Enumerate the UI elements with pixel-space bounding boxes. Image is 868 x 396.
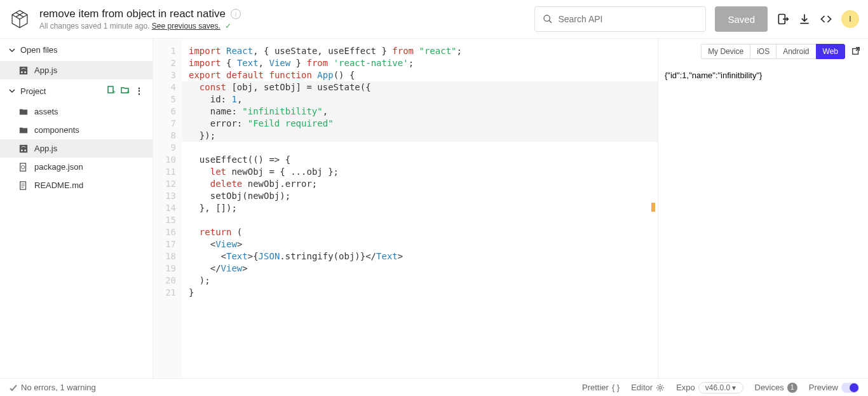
error-status[interactable]: No errors, 1 warning bbox=[9, 383, 96, 392]
snack-title[interactable]: remove item from object in react native … bbox=[39, 8, 241, 20]
export-icon[interactable] bbox=[776, 13, 789, 25]
device-tab-android[interactable]: Android bbox=[776, 44, 816, 59]
chevron-down-icon bbox=[9, 47, 15, 53]
check-icon: ✓ bbox=[225, 22, 231, 31]
braces-icon: { } bbox=[612, 383, 620, 392]
save-button[interactable]: Saved bbox=[715, 6, 768, 32]
project-item[interactable]: package.json bbox=[0, 158, 153, 176]
sidebar: Open files App.js Project + + ⋮ assetsco… bbox=[0, 39, 153, 378]
chevron-down-icon bbox=[9, 88, 15, 94]
info-icon[interactable]: i bbox=[231, 9, 241, 19]
svg-text:+: + bbox=[112, 89, 116, 95]
project-item[interactable]: App.js bbox=[0, 139, 153, 158]
gear-icon bbox=[656, 383, 665, 392]
svg-point-11 bbox=[21, 71, 23, 73]
more-icon[interactable]: ⋮ bbox=[135, 86, 144, 96]
project-item[interactable]: components bbox=[0, 121, 153, 139]
svg-line-26 bbox=[856, 47, 859, 50]
preview-panel: My DeviceiOSAndroidWeb {"id":1,"name":"i… bbox=[658, 39, 868, 378]
device-tab-ios[interactable]: iOS bbox=[750, 44, 776, 59]
svg-line-5 bbox=[549, 20, 552, 23]
svg-point-27 bbox=[659, 386, 661, 389]
svg-rect-16 bbox=[20, 144, 27, 152]
previous-saves-link[interactable]: See previous saves. bbox=[152, 22, 220, 31]
device-tab-web[interactable]: Web bbox=[816, 44, 845, 59]
svg-point-20 bbox=[22, 165, 25, 168]
editor-settings[interactable]: Editor bbox=[631, 383, 665, 392]
project-item[interactable]: README.md bbox=[0, 176, 153, 195]
device-tab-my-device[interactable]: My Device bbox=[701, 44, 750, 59]
devices-button[interactable]: Devices 1 bbox=[755, 383, 797, 393]
device-tabs: My DeviceiOSAndroidWeb bbox=[658, 39, 868, 64]
svg-rect-10 bbox=[20, 66, 27, 74]
project-item[interactable]: assets bbox=[0, 102, 153, 121]
new-file-icon[interactable]: + bbox=[107, 86, 116, 95]
toggle-switch[interactable] bbox=[841, 383, 859, 393]
download-icon[interactable] bbox=[798, 13, 811, 25]
footer: No errors, 1 warning Prettier { } Editor… bbox=[0, 378, 868, 396]
expo-version[interactable]: Expo v46.0.0 ▾ bbox=[676, 382, 743, 393]
main: Open files App.js Project + + ⋮ assetsco… bbox=[0, 38, 868, 378]
svg-point-12 bbox=[24, 71, 26, 73]
avatar[interactable]: I bbox=[841, 10, 859, 28]
open-files-header[interactable]: Open files bbox=[0, 39, 153, 61]
preview-output: {"id":1,"name":"infinitbility"} bbox=[658, 64, 868, 378]
project-header[interactable]: Project + + ⋮ bbox=[0, 79, 153, 102]
check-icon bbox=[9, 383, 18, 392]
popout-icon[interactable] bbox=[851, 46, 860, 57]
embed-icon[interactable] bbox=[820, 13, 832, 25]
preview-toggle[interactable]: Preview bbox=[809, 383, 859, 393]
save-status: All changes saved 1 minute ago. See prev… bbox=[39, 22, 241, 31]
logo bbox=[9, 8, 31, 30]
search-box[interactable] bbox=[534, 6, 706, 32]
warning-marker[interactable] bbox=[651, 203, 655, 212]
header: remove item from object in react native … bbox=[0, 0, 868, 38]
search-icon bbox=[543, 14, 553, 24]
svg-point-18 bbox=[24, 149, 26, 151]
open-file-item[interactable]: App.js bbox=[0, 61, 153, 79]
search-input[interactable] bbox=[558, 14, 698, 24]
code-editor[interactable]: 123456789101112131415161718192021 import… bbox=[153, 39, 658, 378]
svg-point-17 bbox=[21, 149, 23, 151]
prettier-button[interactable]: Prettier { } bbox=[582, 383, 620, 392]
code-area[interactable]: import React, { useState, useEffect } fr… bbox=[182, 39, 658, 378]
title-text: remove item from object in react native bbox=[39, 8, 226, 20]
svg-text:+: + bbox=[126, 89, 130, 95]
svg-point-4 bbox=[544, 15, 550, 21]
new-folder-icon[interactable]: + bbox=[121, 86, 130, 95]
line-gutter: 123456789101112131415161718192021 bbox=[153, 39, 182, 378]
